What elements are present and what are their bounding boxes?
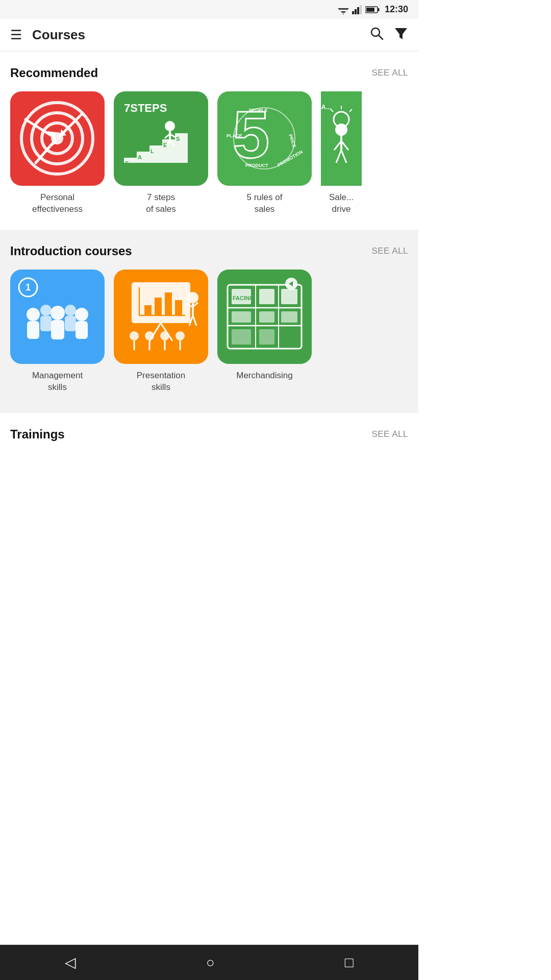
course-card-rules[interactable]: 5 PEOPLE PRICE PLACE PRODUCT PROMOTION 5… (217, 91, 312, 215)
svg-text:PLACE: PLACE (227, 133, 242, 138)
svg-text:FACING: FACING (233, 295, 254, 301)
svg-line-87 (193, 315, 196, 326)
svg-rect-5 (352, 11, 354, 14)
svg-rect-11 (366, 8, 374, 12)
battery-icon (365, 6, 380, 14)
trainings-section: Trainings SEE ALL (0, 413, 418, 494)
svg-text:PRICE: PRICE (288, 134, 297, 149)
card-label-merchandising: Merchandising (236, 370, 293, 382)
svg-rect-78 (165, 292, 172, 315)
card-label-presentation: Presentationskills (137, 370, 185, 394)
recommended-header: Recommended SEE ALL (10, 66, 408, 80)
search-button[interactable] (369, 26, 384, 44)
svg-text:L: L (151, 148, 154, 154)
card-label-management: Managementskills (32, 370, 83, 394)
introduction-see-all[interactable]: SEE ALL (371, 246, 408, 256)
svg-rect-68 (76, 321, 88, 339)
trainings-header: Trainings SEE ALL (10, 427, 408, 442)
menu-button[interactable]: ☰ (10, 27, 22, 43)
trainings-title: Trainings (10, 427, 65, 442)
svg-point-63 (27, 308, 40, 321)
svg-line-13 (379, 35, 383, 39)
svg-rect-8 (360, 5, 362, 14)
card-label-rules: 5 rules ofsales (247, 192, 283, 215)
signal-icon (352, 5, 362, 14)
svg-rect-103 (281, 289, 297, 304)
svg-rect-7 (357, 7, 359, 14)
course-card-merchandising[interactable]: FACING Merchandising (217, 270, 312, 394)
svg-text:S: S (125, 160, 129, 166)
svg-text:S: S (176, 136, 180, 142)
status-icons (338, 5, 380, 14)
svg-rect-64 (27, 321, 39, 339)
card-label-steps: 7 stepsof sales (146, 192, 176, 215)
svg-rect-6 (355, 9, 357, 14)
svg-line-54 (349, 109, 352, 112)
svg-line-19 (26, 119, 54, 137)
svg-rect-72 (65, 316, 76, 331)
svg-rect-79 (175, 300, 182, 315)
wifi-icon (338, 5, 349, 14)
introduction-cards: 1 Managements (10, 270, 408, 398)
svg-rect-70 (40, 316, 52, 331)
svg-line-58 (341, 141, 348, 150)
svg-rect-105 (259, 311, 274, 323)
svg-text:PEOPLE: PEOPLE (249, 108, 268, 113)
course-card-management[interactable]: 1 Managements (10, 270, 105, 394)
svg-line-60 (341, 150, 346, 163)
recommended-title: Recommended (10, 66, 98, 80)
svg-marker-14 (395, 28, 407, 39)
status-time: 12:30 (385, 4, 408, 15)
filter-button[interactable] (394, 26, 408, 44)
course-card-presentation[interactable]: Presentationskills (114, 270, 208, 394)
svg-point-31 (165, 121, 175, 131)
svg-rect-108 (259, 329, 274, 345)
svg-point-71 (65, 305, 76, 316)
card-image-merchandising: FACING (217, 270, 312, 364)
svg-rect-66 (51, 320, 64, 339)
card-label-personal: Personaleffectiveness (32, 192, 83, 215)
svg-text:7STEPS: 7STEPS (124, 102, 167, 114)
svg-rect-102 (259, 289, 274, 304)
svg-rect-106 (281, 311, 297, 323)
course-card-personal[interactable]: Personaleffectiveness (10, 91, 105, 215)
recommended-cards: Personaleffectiveness (10, 91, 408, 219)
svg-line-57 (334, 141, 341, 150)
recommended-section: Recommended SEE ALL (0, 52, 418, 230)
trainings-see-all[interactable]: SEE ALL (371, 429, 408, 439)
status-bar: 12:30 (0, 0, 418, 19)
svg-rect-107 (232, 329, 251, 345)
app-header: ☰ Courses (0, 19, 418, 52)
course-card-salesd[interactable]: NEW SA... Sale...drive (321, 91, 362, 215)
svg-rect-104 (232, 311, 251, 323)
page-title: Courses (32, 27, 369, 43)
svg-rect-77 (155, 298, 162, 315)
svg-text:PROMOTION: PROMOTION (277, 149, 304, 167)
card-image-rules: 5 PEOPLE PRICE PLACE PRODUCT PROMOTION (217, 91, 312, 186)
card-label-salesd: Sale...drive (329, 192, 354, 215)
svg-point-88 (130, 331, 139, 340)
svg-text:A: A (138, 154, 142, 160)
svg-point-82 (187, 292, 198, 303)
card-image-steps: 7STEPS S A L E S (114, 91, 208, 186)
svg-text:1: 1 (26, 282, 31, 292)
svg-line-59 (336, 150, 341, 163)
svg-rect-76 (144, 305, 152, 315)
course-card-steps[interactable]: 7STEPS S A L E S 7 stepsof sales (114, 91, 208, 215)
introduction-title: Introduction courses (10, 244, 132, 258)
recommended-see-all[interactable]: SEE ALL (371, 68, 408, 78)
svg-point-92 (160, 331, 169, 340)
card-image-salesd: NEW SA... (321, 91, 362, 186)
svg-rect-10 (378, 8, 379, 11)
svg-point-90 (145, 331, 154, 340)
introduction-header: Introduction courses SEE ALL (10, 244, 408, 258)
card-image-presentation (114, 270, 208, 364)
svg-point-67 (75, 308, 88, 321)
card-image-personal (10, 91, 105, 186)
svg-point-94 (176, 331, 185, 340)
svg-text:PRODUCT: PRODUCT (245, 163, 268, 168)
svg-text:E: E (163, 142, 167, 148)
introduction-section: Introduction courses SEE ALL 1 (0, 230, 418, 413)
card-image-management: 1 (10, 270, 105, 364)
svg-text:NEW SA...: NEW SA... (321, 103, 331, 111)
